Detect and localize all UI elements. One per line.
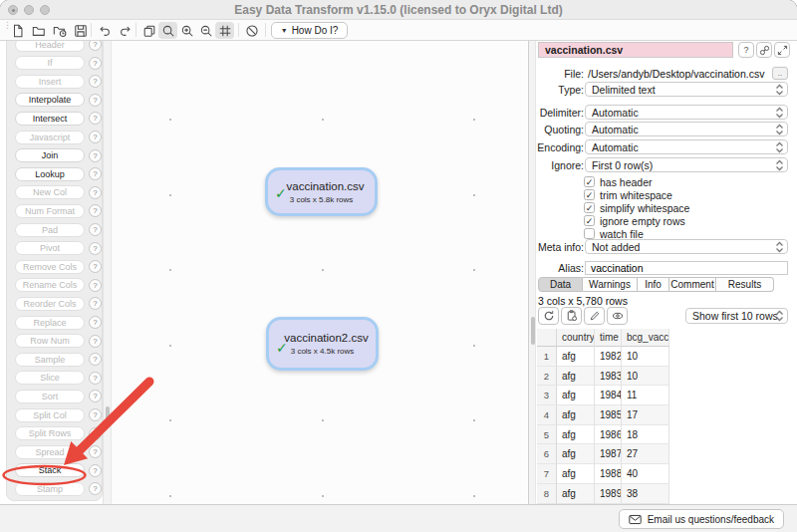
- tab-data[interactable]: Data: [538, 277, 583, 292]
- help-icon[interactable]: ?: [89, 408, 102, 421]
- expand-icon[interactable]: [774, 42, 790, 58]
- sidebar-item-pivot[interactable]: Pivot: [15, 241, 85, 255]
- open-folder-icon[interactable]: [29, 22, 48, 39]
- help-icon[interactable]: ?: [89, 223, 102, 236]
- grid-snap-icon[interactable]: [215, 22, 234, 39]
- show-rows-select[interactable]: Show first 10 rows: [685, 308, 788, 324]
- help-icon[interactable]: ?: [89, 279, 102, 292]
- node-vaccination.csv[interactable]: ✓vaccination.csv3 cols x 5.8k rows: [265, 167, 378, 216]
- zoom-out-icon[interactable]: [196, 22, 215, 39]
- refresh-icon[interactable]: [538, 307, 559, 325]
- pencil-icon[interactable]: [584, 307, 605, 325]
- sidebar-item-if[interactable]: If: [15, 56, 85, 70]
- eye-icon[interactable]: [607, 307, 628, 325]
- help-icon[interactable]: ?: [89, 427, 102, 440]
- sidebar-item-split-rows[interactable]: Split Rows: [15, 426, 85, 440]
- table-row[interactable]: 2afg198310: [537, 367, 796, 387]
- checkbox-icon[interactable]: [584, 228, 595, 239]
- sidebar-item-spread[interactable]: Spread: [15, 445, 85, 459]
- table-row[interactable]: 4afg198517: [537, 405, 796, 425]
- help-icon[interactable]: ?: [89, 75, 102, 88]
- table-row[interactable]: 1afg198210: [537, 347, 796, 367]
- scrollbar-thumb[interactable]: [106, 406, 110, 421]
- node-name-field[interactable]: [538, 42, 733, 58]
- tab-comment[interactable]: Comment: [669, 277, 716, 292]
- sidebar-item-slice[interactable]: Slice: [15, 371, 85, 385]
- checkbox-icon[interactable]: ✓: [584, 189, 595, 200]
- help-icon[interactable]: ?: [89, 445, 102, 458]
- sidebar-item-remove-cols[interactable]: Remove Cols: [15, 260, 85, 274]
- help-icon[interactable]: ?: [89, 390, 102, 402]
- checkbox-icon[interactable]: ✓: [584, 176, 595, 187]
- panel-scrollbar[interactable]: [528, 41, 536, 504]
- email-feedback-button[interactable]: Email us questions/feedback: [619, 509, 784, 529]
- checkbox-ignore-empty-rows[interactable]: ✓ignore empty rows: [584, 215, 685, 226]
- sidebar-item-insert[interactable]: Insert: [15, 75, 85, 89]
- table-row[interactable]: 8afg198938: [537, 484, 796, 504]
- how-do-i-button[interactable]: ▼ How Do I?: [271, 22, 348, 39]
- sidebar-item-stamp[interactable]: Stamp: [15, 482, 85, 496]
- sidebar-item-new-col[interactable]: New Col: [15, 185, 85, 199]
- sidebar-item-sample[interactable]: Sample: [15, 353, 85, 367]
- type-select[interactable]: Delimited text: [585, 82, 788, 97]
- checkbox-icon[interactable]: ✓: [584, 202, 595, 213]
- sidebar-item-pad[interactable]: Pad: [15, 223, 85, 237]
- table-row[interactable]: 6afg198727: [537, 444, 796, 464]
- save-icon[interactable]: [71, 22, 90, 39]
- sidebar-item-intersect[interactable]: Intersect: [15, 112, 85, 126]
- help-icon[interactable]: ?: [89, 297, 102, 310]
- cancel-icon[interactable]: [242, 22, 261, 39]
- copy-icon[interactable]: [139, 22, 158, 39]
- sidebar-item-replace[interactable]: Replace: [15, 316, 85, 330]
- sidebar-item-interpolate[interactable]: Interpolate: [15, 93, 85, 107]
- tab-info[interactable]: Info: [638, 277, 669, 292]
- redo-icon[interactable]: [116, 22, 134, 39]
- column-header-country[interactable]: country: [557, 329, 595, 347]
- tab-results[interactable]: Results: [716, 277, 774, 292]
- search-icon[interactable]: [158, 22, 177, 39]
- help-icon[interactable]: ?: [89, 204, 102, 217]
- help-icon[interactable]: ?: [89, 464, 102, 477]
- help-icon[interactable]: ?: [738, 42, 754, 58]
- help-icon[interactable]: ?: [89, 57, 102, 70]
- help-icon[interactable]: ?: [89, 112, 102, 125]
- workflow-canvas[interactable]: ✓vaccination.csv3 cols x 5.8k rows✓vacci…: [112, 41, 527, 504]
- quoting-select[interactable]: Automatic: [585, 122, 788, 136]
- help-icon[interactable]: ?: [89, 260, 102, 273]
- undo-icon[interactable]: [95, 22, 114, 39]
- paste-icon[interactable]: [561, 307, 582, 325]
- encoding-select[interactable]: Automatic: [585, 139, 788, 154]
- help-icon[interactable]: ?: [89, 186, 102, 199]
- checkbox-has-header[interactable]: ✓has header: [584, 176, 653, 187]
- help-icon[interactable]: ?: [89, 131, 102, 143]
- delimiter-select[interactable]: Automatic: [585, 105, 788, 120]
- canvas-left-scrollbar[interactable]: [103, 41, 112, 504]
- sidebar-item-join[interactable]: Join: [15, 148, 85, 162]
- help-icon[interactable]: ?: [89, 94, 102, 107]
- checkbox-icon[interactable]: ✓: [584, 215, 595, 226]
- recent-files-icon[interactable]: [50, 22, 69, 39]
- tab-warnings[interactable]: Warnings: [583, 277, 638, 292]
- help-icon[interactable]: ?: [89, 167, 102, 180]
- help-icon[interactable]: ?: [89, 316, 102, 329]
- browse-file-button[interactable]: ..: [772, 67, 788, 80]
- node-vaccination2.csv[interactable]: ✓vaccination2.csv3 cols x 4.5k rows: [266, 317, 379, 371]
- sidebar-item-stack[interactable]: Stack: [15, 463, 85, 477]
- table-row[interactable]: 5afg198618: [537, 425, 796, 445]
- help-icon[interactable]: ?: [89, 335, 102, 348]
- sidebar-item-reorder-cols[interactable]: Reorder Cols: [15, 297, 85, 311]
- column-header-bcg_vacc[interactable]: bcg_vacc: [622, 329, 669, 347]
- zoom-in-icon[interactable]: [177, 22, 196, 39]
- sidebar-item-num-format[interactable]: Num Format: [15, 204, 85, 218]
- sidebar-item-row-num[interactable]: Row Num: [15, 334, 85, 348]
- sidebar-item-sort[interactable]: Sort: [15, 390, 85, 403]
- sidebar-item-rename-cols[interactable]: Rename Cols: [15, 278, 85, 292]
- sidebar-item-split-col[interactable]: Split Col: [15, 408, 85, 422]
- column-header-time[interactable]: time: [595, 329, 622, 347]
- new-file-icon[interactable]: [8, 22, 27, 39]
- sidebar-item-lookup[interactable]: Lookup: [15, 167, 85, 181]
- help-icon[interactable]: ?: [89, 149, 102, 162]
- help-icon[interactable]: ?: [89, 482, 102, 495]
- table-row[interactable]: 3afg198411: [537, 386, 796, 405]
- checkbox-simplify-whitespace[interactable]: ✓simplify whitespace: [584, 202, 689, 213]
